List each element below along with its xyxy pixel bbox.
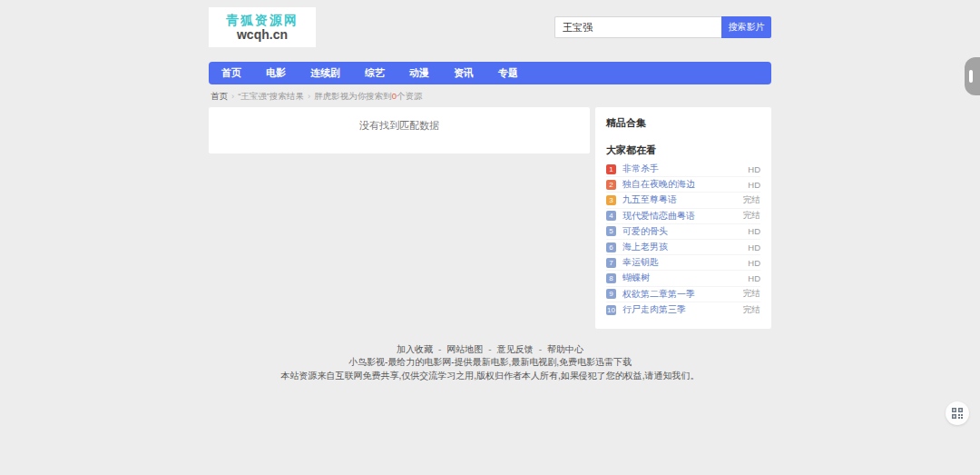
hot-list: 1 非常杀手 HD 2 独自在夜晚的海边 HD 3 九五至尊粤语 完结 4 现代… bbox=[606, 162, 760, 318]
breadcrumb-home-link[interactable]: 首页 bbox=[211, 91, 228, 101]
search-input[interactable] bbox=[554, 16, 721, 38]
nav-item-series[interactable]: 连续剧 bbox=[310, 66, 340, 80]
movie-status: HD bbox=[748, 180, 760, 190]
sidebar-title[interactable]: 精品合集 bbox=[606, 116, 760, 130]
nav-item-anime[interactable]: 动漫 bbox=[409, 66, 429, 80]
footer-link-feedback[interactable]: 意见反馈 bbox=[497, 344, 534, 354]
site-header: 青狐资源网 wcqh.cn 搜索影片 bbox=[209, 0, 771, 54]
rank-badge: 4 bbox=[606, 211, 616, 221]
movie-status: HD bbox=[748, 242, 760, 252]
footer-link-help[interactable]: 帮助中心 bbox=[547, 344, 583, 354]
sidebar-subtitle: 大家都在看 bbox=[606, 143, 760, 157]
nav-item-movies[interactable]: 电影 bbox=[266, 66, 286, 80]
site-logo-title: 青狐资源网 bbox=[226, 13, 299, 27]
breadcrumb: 首页›“王宝强”搜索结果›胖虎影视为你搜索到0个资源 bbox=[211, 91, 771, 103]
page-container: 青狐资源网 wcqh.cn 搜索影片 首页 电影 连续剧 综艺 动漫 资讯 专题… bbox=[209, 0, 771, 382]
rank-badge: 8 bbox=[606, 273, 616, 283]
movie-title-link[interactable]: 独自在夜晚的海边 bbox=[622, 178, 748, 191]
footer-separator: - bbox=[438, 344, 441, 354]
movie-title-link[interactable]: 权欲第二章第一季 bbox=[622, 288, 743, 301]
footer-site-description: 小鸟影视-最给力的电影网-提供最新电影,最新电视剧,免费电影迅雷下载 bbox=[209, 356, 771, 370]
rank-badge: 10 bbox=[606, 305, 616, 315]
breadcrumb-result-suffix: 个资源 bbox=[397, 91, 423, 101]
footer-separator: - bbox=[539, 344, 542, 354]
rank-badge: 6 bbox=[606, 242, 616, 252]
search-button[interactable]: 搜索影片 bbox=[721, 16, 771, 38]
search-bar: 搜索影片 bbox=[554, 16, 771, 38]
side-panel-toggle[interactable] bbox=[965, 57, 980, 95]
movie-title-link[interactable]: 九五至尊粤语 bbox=[622, 193, 743, 206]
breadcrumb-separator: › bbox=[231, 91, 234, 101]
site-logo-domain: wcqh.cn bbox=[237, 27, 288, 43]
rank-badge: 7 bbox=[606, 258, 616, 268]
rank-badge: 3 bbox=[606, 195, 616, 205]
movie-status: HD bbox=[748, 273, 760, 283]
nav-item-topics[interactable]: 专题 bbox=[498, 66, 518, 80]
nav-item-news[interactable]: 资讯 bbox=[454, 66, 474, 80]
rank-badge: 1 bbox=[606, 164, 616, 174]
movie-title-link[interactable]: 可爱的骨头 bbox=[622, 225, 748, 238]
list-item[interactable]: 4 现代爱情恋曲粤语 完结 bbox=[606, 209, 760, 224]
footer-links-row: 加入收藏-网站地图-意见反馈-帮助中心 bbox=[209, 343, 771, 357]
content-area: 没有找到匹配数据 精品合集 大家都在看 1 非常杀手 HD 2 独自在夜晚的海边… bbox=[209, 107, 771, 329]
movie-title-link[interactable]: 行尸走肉第三季 bbox=[622, 303, 743, 316]
list-item[interactable]: 10 行尸走肉第三季 完结 bbox=[606, 302, 760, 318]
movie-title-link[interactable]: 现代爱情恋曲粤语 bbox=[622, 210, 743, 223]
list-item[interactable]: 9 权欲第二章第一季 完结 bbox=[606, 287, 760, 302]
site-footer: 加入收藏-网站地图-意见反馈-帮助中心 小鸟影视-最给力的电影网-提供最新电影,… bbox=[209, 343, 771, 383]
footer-disclaimer: 本站资源来自互联网免费共享,仅供交流学习之用,版权归作者本人所有,如果侵犯了您的… bbox=[209, 370, 771, 383]
footer-link-sitemap[interactable]: 网站地图 bbox=[446, 344, 483, 354]
movie-status: HD bbox=[748, 258, 760, 268]
side-panel-toggle-handle-icon bbox=[969, 70, 973, 83]
no-results-message: 没有找到匹配数据 bbox=[359, 120, 439, 131]
search-results-panel: 没有找到匹配数据 bbox=[209, 107, 590, 153]
movie-status: 完结 bbox=[743, 288, 760, 300]
nav-item-variety[interactable]: 综艺 bbox=[365, 66, 385, 80]
rank-badge: 5 bbox=[606, 226, 616, 236]
movie-title-link[interactable]: 蝴蝶树 bbox=[622, 272, 748, 284]
movie-status: 完结 bbox=[743, 304, 760, 316]
site-logo[interactable]: 青狐资源网 wcqh.cn bbox=[209, 7, 316, 47]
movie-status: HD bbox=[748, 164, 760, 174]
movie-title-link[interactable]: 海上老男孩 bbox=[622, 241, 748, 253]
movie-title-link[interactable]: 非常杀手 bbox=[622, 163, 748, 175]
list-item[interactable]: 8 蝴蝶树 HD bbox=[606, 271, 760, 286]
list-item[interactable]: 5 可爱的骨头 HD bbox=[606, 224, 760, 240]
nav-item-home[interactable]: 首页 bbox=[221, 66, 241, 80]
qr-code-button[interactable] bbox=[946, 401, 969, 425]
list-item[interactable]: 7 幸运钥匙 HD bbox=[606, 255, 760, 271]
footer-separator: - bbox=[488, 344, 491, 354]
list-item[interactable]: 6 海上老男孩 HD bbox=[606, 240, 760, 255]
rank-badge: 9 bbox=[606, 289, 616, 299]
list-item[interactable]: 2 独自在夜晚的海边 HD bbox=[606, 177, 760, 193]
movie-title-link[interactable]: 幸运钥匙 bbox=[622, 256, 748, 269]
movie-status: HD bbox=[748, 226, 760, 236]
movie-status: 完结 bbox=[743, 210, 760, 222]
footer-link-favorites[interactable]: 加入收藏 bbox=[397, 344, 433, 354]
sidebar-hot-list: 精品合集 大家都在看 1 非常杀手 HD 2 独自在夜晚的海边 HD 3 九五至… bbox=[595, 107, 771, 329]
main-nav: 首页 电影 连续剧 综艺 动漫 资讯 专题 bbox=[209, 62, 771, 84]
breadcrumb-separator: › bbox=[308, 91, 310, 101]
movie-status: 完结 bbox=[743, 194, 760, 206]
list-item[interactable]: 3 九五至尊粤语 完结 bbox=[606, 193, 760, 208]
breadcrumb-search-result: “王宝强”搜索结果 bbox=[238, 91, 304, 101]
breadcrumb-result-prefix: 胖虎影视为你搜索到 bbox=[314, 91, 392, 101]
rank-badge: 2 bbox=[606, 180, 616, 190]
qr-code-icon bbox=[952, 408, 963, 419]
list-item[interactable]: 1 非常杀手 HD bbox=[606, 162, 760, 177]
